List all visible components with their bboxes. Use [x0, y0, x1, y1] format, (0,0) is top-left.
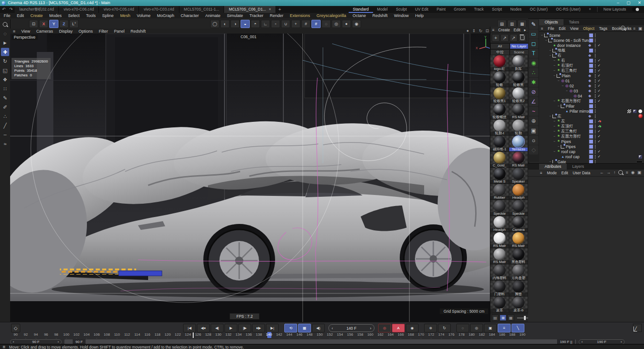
om-menu-view[interactable]: View [570, 26, 578, 31]
layout-tab-oc-rs-user[interactable]: OC-RS (User) [552, 6, 585, 13]
menu-mesh[interactable]: Mesh [120, 13, 130, 18]
enabled-check-icon[interactable]: ✓ [598, 139, 601, 143]
attr-menu-user-data[interactable]: User Data [573, 171, 590, 175]
vp-menu-cameras[interactable]: Cameras [36, 29, 53, 34]
visibility-dots[interactable] [595, 161, 596, 162]
material-轮胎-t[interactable]: 轮胎-t [490, 120, 509, 136]
material-speaker[interactable]: Speaker [509, 168, 528, 184]
attr-popout-icon[interactable]: ▣ [637, 170, 641, 176]
tree-row-pillar[interactable]: −Pillar [539, 103, 644, 109]
material-speckle[interactable]: Speckle [509, 200, 528, 216]
attr-tab-attributes[interactable]: Attributes [539, 164, 567, 170]
subdivision-surface-icon[interactable]: ◉ [529, 58, 538, 68]
layout-tab-sculpt[interactable]: Sculpt [392, 6, 411, 13]
visibility-dots[interactable] [595, 45, 596, 46]
enabled-check-icon[interactable]: ✓ [598, 74, 601, 78]
material-metal-s[interactable]: Metal S [490, 168, 509, 184]
material-脚垫[interactable]: 脚垫 [509, 280, 528, 297]
vp-menu-redshift[interactable]: Redshift [131, 29, 146, 34]
menu-character[interactable]: Character [181, 13, 199, 18]
visibility-dots[interactable] [595, 70, 596, 71]
enabled-check-icon[interactable]: ✓ [598, 99, 601, 103]
next-frame-button[interactable]: |▶ [238, 324, 251, 332]
menu-extensions[interactable]: Extensions [290, 13, 310, 18]
status-hamburger-icon[interactable]: ≡ [3, 344, 6, 349]
mat-tab-no-layer[interactable]: No Layer [510, 43, 529, 49]
workplane-y[interactable]: ◑ [230, 20, 240, 28]
title-bar[interactable]: Cinema 4D R25.113 - [MCL570S_C06_D1.c4d … [0, 0, 644, 6]
visibility-dots[interactable] [595, 156, 596, 157]
timeline-ruler[interactable]: 9092949698100102104106108110112114116118… [11, 332, 527, 337]
layer-color-chip[interactable] [589, 154, 593, 159]
layout-tab-oc-user[interactable]: OC (User) [526, 6, 552, 13]
visibility-dots[interactable] [595, 35, 596, 36]
material-hamburger-icon[interactable]: ≡ [492, 28, 494, 32]
attr-tab-layers[interactable]: Layers [567, 164, 590, 170]
enabled-check-icon[interactable]: ✓ [598, 154, 601, 159]
layer-color-chip[interactable] [589, 149, 593, 154]
tree-row-左面方形灯[interactable]: −*左面方形灯✓ [539, 134, 644, 139]
doc-tab-mcl570s-c06-d1[interactable]: MCL570S_C06_D1...× [224, 6, 276, 13]
material-门塑料[interactable]: 门塑料 [490, 280, 509, 297]
record-rotation-button[interactable]: ↻ [438, 324, 451, 332]
material-碳纤维-1[interactable]: 碳纤维-1 [490, 136, 509, 152]
material-轮毂[interactable]: 轮毂 [490, 71, 509, 87]
menu-tools[interactable]: Tools [86, 13, 96, 18]
expand-icon[interactable]: − [548, 114, 552, 118]
tree-row-左顶灯[interactable]: −*左顶灯✓ [539, 124, 644, 129]
camera-object-icon[interactable]: ▣ [529, 126, 538, 135]
material-rs-matr[interactable]: RS Matr [490, 232, 509, 248]
vp-maximize-icon[interactable]: ⊡ [485, 29, 489, 34]
om-menu-tags[interactable]: Tags [599, 26, 607, 31]
material-轮毂黑1[interactable]: 轮毂黑1 [490, 87, 509, 103]
visibility-dots[interactable] [595, 50, 596, 51]
tree-row-scene-06-scifi-tunnel[interactable]: −Scene 06 - Scifi Tunnel [539, 38, 644, 43]
tree-row-左三角灯[interactable]: −*左三角灯✓ [539, 129, 644, 134]
layer-color-chip[interactable] [589, 119, 593, 124]
maximize-button[interactable]: ▢ [627, 0, 631, 6]
layout-tab-groom[interactable]: Groom [450, 6, 470, 13]
layer-color-chip[interactable] [589, 104, 593, 109]
doc-tab-mcl570s-c011-1[interactable]: MCL570S_C011-1... [179, 6, 224, 13]
menu-animate[interactable]: Animate [205, 13, 220, 18]
visibility-diamond-icon[interactable]: ◆ [588, 43, 591, 47]
expand-icon[interactable]: − [548, 49, 552, 52]
visibility-diamond-icon[interactable]: ◆ [588, 89, 591, 93]
record-param-button[interactable]: ◎ [470, 324, 483, 332]
visibility-dots[interactable] [595, 111, 596, 112]
tree-row-roof-cap[interactable]: −*roof cap✓ [539, 149, 644, 154]
visibility-dots[interactable] [595, 101, 596, 102]
mat-menu-edit[interactable]: Edit [513, 28, 520, 32]
om-hamburger-icon[interactable]: ≡ [541, 26, 543, 31]
om-search-icon[interactable] [621, 26, 625, 31]
expand-icon[interactable]: − [557, 145, 560, 148]
record-scale-button[interactable]: ◌ [456, 324, 469, 332]
mat-list-view[interactable]: ▤ [492, 315, 499, 321]
vp-menu-display[interactable]: Display [59, 29, 73, 34]
flag-tag-icon[interactable] [632, 109, 637, 114]
deformer-icon[interactable]: ~ [529, 107, 538, 116]
visibility-dots[interactable] [595, 116, 596, 117]
sketch-tool[interactable]: ✐ [1, 103, 9, 111]
keying-set-button[interactable]: ≡ [498, 324, 511, 332]
autokey-button[interactable]: A [392, 324, 405, 332]
layer-color-chip[interactable] [589, 33, 593, 38]
add-layout-button[interactable]: + [585, 6, 595, 13]
keyframe-nav-button[interactable]: ◇ [11, 324, 20, 332]
expand-icon[interactable]: − [552, 125, 556, 128]
visibility-dots[interactable] [595, 136, 596, 137]
visibility-diamond-icon[interactable]: ◆ [588, 94, 591, 98]
modeling-settings[interactable]: ◌ [322, 20, 331, 28]
environment-icon[interactable]: ⊕ [529, 116, 538, 126]
material-轮毂螺丝[interactable]: 轮毂螺丝 [490, 103, 509, 120]
tree-row-右[interactable]: −右◆ [539, 53, 644, 58]
visibility-dots[interactable] [595, 121, 596, 122]
field-icon[interactable]: ✱ [529, 78, 538, 87]
attr-search-icon[interactable] [618, 170, 623, 176]
view-label[interactable]: Perspective [12, 34, 38, 40]
axis-x-button[interactable]: X [39, 20, 48, 28]
visibility-dots[interactable] [595, 146, 596, 147]
pick-material-button[interactable]: ↗ [500, 34, 508, 42]
snap-settings[interactable]: + [291, 20, 300, 28]
menu-mograph[interactable]: MoGraph [157, 13, 174, 18]
